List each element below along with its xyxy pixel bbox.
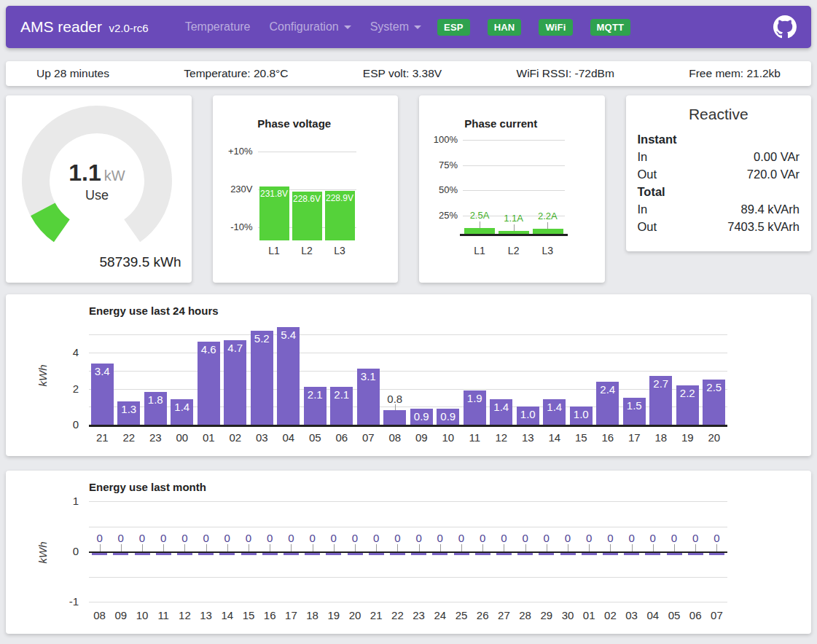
bar-value-label: 0 (131, 532, 152, 544)
bar-value-label: 228.6V (292, 194, 322, 204)
voltage-bar: 231.8V (259, 186, 289, 240)
bar-value-label: 2.7 (649, 377, 672, 390)
energy-bar: 1.4 (490, 399, 512, 425)
bar-value-label: 5.2 (251, 332, 273, 345)
x-tick-label: 19 (323, 609, 344, 621)
x-tick-label: 21 (89, 431, 116, 444)
label-leader-line (547, 544, 547, 551)
wifi-rssi-text: WiFi RSSI: -72dBm (517, 67, 614, 80)
label-leader-line (482, 544, 483, 551)
label-leader-line (291, 544, 292, 551)
reactive-row: In 0.00 VAr (638, 148, 800, 165)
x-tick-label: 07 (706, 609, 727, 621)
label-leader-line (334, 544, 335, 551)
bar-value-label: 0 (238, 532, 259, 544)
energy-bar (92, 553, 107, 555)
gridline (463, 190, 565, 191)
nav-item-temperature[interactable]: Temperature (185, 20, 251, 34)
energy-bar: 2.1 (330, 387, 353, 425)
label-leader-line (695, 544, 696, 551)
bar-value-label: 1.5 (623, 399, 646, 412)
energy-bar (709, 553, 724, 555)
chart-title: Energy use last 24 hours (89, 305, 219, 317)
gauge-value: 1.1 (69, 160, 101, 186)
x-tick-label: 03 (621, 609, 642, 621)
label-leader-line (249, 544, 249, 551)
y-tick-label: -10% (213, 221, 253, 232)
energy-bar (156, 553, 171, 555)
energy-bar (326, 553, 341, 555)
energy-bar (432, 553, 447, 555)
energy-bar (624, 553, 639, 555)
bar-value-label: 1.1A (497, 213, 531, 224)
energy-bar: 4.7 (224, 340, 246, 425)
bar-value-label: 0 (557, 532, 578, 544)
label-leader-line (568, 544, 568, 551)
reactive-row-value: 7403.5 kVArh (727, 218, 800, 235)
energy-day-card: Energy use last 24 hours kWh 0243.4211.3… (6, 294, 811, 456)
bar-value-label: 0 (579, 532, 600, 544)
chart-title: Energy use last month (89, 481, 206, 493)
reactive-row-value: 0.00 VAr (754, 148, 800, 165)
gridline (89, 353, 727, 353)
connection-status-badges: ESP HAN WiFi MQTT (437, 19, 648, 36)
x-tick-label: 07 (355, 431, 382, 444)
bar-value-label: 1.4 (171, 401, 193, 413)
energy-bar: 2.5 (703, 380, 725, 425)
bar-value-label: 0 (174, 532, 195, 544)
bar-value-label: 0.9 (410, 410, 433, 423)
github-icon[interactable] (773, 15, 797, 39)
x-tick-label: 00 (169, 431, 196, 444)
label-leader-line (480, 221, 480, 228)
nav-item-system[interactable]: System (370, 20, 421, 34)
x-tick-label: 17 (621, 431, 648, 444)
bar-value-label: 0 (685, 532, 706, 544)
energy-bar: 2.2 (676, 385, 699, 425)
nav-item-configuration[interactable]: Configuration (270, 20, 351, 34)
chevron-down-icon (414, 25, 421, 29)
energy-bar (475, 553, 490, 555)
x-tick-label: 05 (302, 431, 329, 444)
label-leader-line (100, 544, 101, 551)
bar-value-label: 0 (515, 532, 536, 544)
gridline (463, 140, 565, 141)
bar-value-label: 0 (344, 532, 365, 544)
bar-value-label: 228.9V (325, 193, 355, 203)
reactive-row: In 89.4 kVArh (638, 200, 800, 218)
y-tick-label: 75% (419, 160, 458, 170)
nav-item-label: Temperature (185, 20, 251, 34)
x-tick-label: 29 (536, 609, 557, 621)
label-leader-line (142, 544, 143, 551)
x-tick-label: 10 (131, 609, 152, 621)
x-tick-label: L1 (463, 245, 496, 256)
app-brand[interactable]: AMS reader v2.0-rc6 (20, 18, 149, 36)
x-tick-label: 12 (488, 431, 515, 444)
label-leader-line (376, 544, 377, 551)
energy-bar: 3.4 (91, 364, 114, 425)
energy-bar (390, 553, 405, 555)
energy-bar: 2.7 (649, 376, 672, 425)
bar-value-label: 0 (450, 532, 472, 544)
gridline (258, 152, 356, 152)
energy-bar: 0.9 (437, 409, 459, 425)
app-title: AMS reader (20, 18, 102, 35)
reactive-section-header: Instant (638, 130, 800, 148)
reactive-row: Out 7403.5 kVArh (638, 218, 800, 235)
gridline (89, 389, 727, 390)
x-tick-label: 11 (153, 609, 174, 621)
energy-bar (688, 553, 703, 555)
bar-value-label: 2.2 (676, 387, 699, 399)
energy-bar (539, 553, 554, 555)
reactive-section-header: Total (638, 183, 800, 200)
bar-value-label: 0 (323, 532, 344, 544)
x-tick-label: 11 (461, 431, 488, 444)
phase-current-card: Phase current 100%75%50%25%2.5AL11.1AL22… (419, 95, 605, 283)
label-leader-line (184, 544, 185, 551)
gauge-value-arc (43, 209, 62, 230)
bar-value-label: 0 (642, 532, 663, 544)
gridline (463, 165, 565, 166)
app-version: v2.0-rc6 (109, 22, 149, 34)
bar-value-label: 1.9 (464, 392, 486, 404)
label-leader-line (461, 544, 462, 551)
gridline (89, 527, 727, 527)
